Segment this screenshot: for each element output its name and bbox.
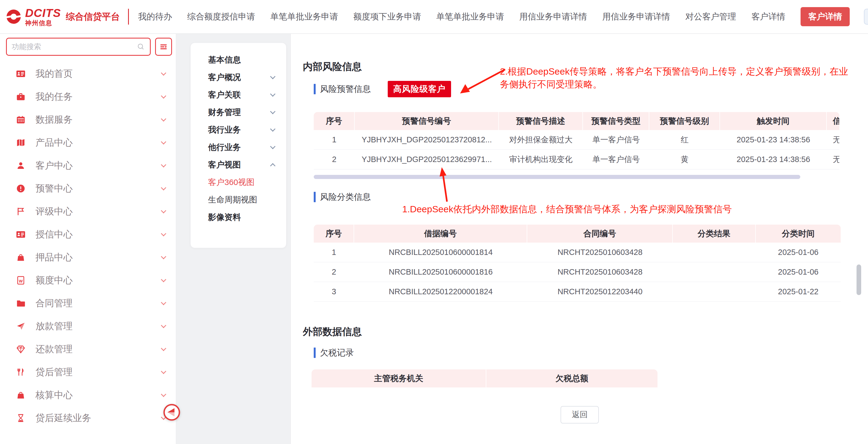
nav-tab-my-todo[interactable]: 我的待办: [138, 11, 172, 22]
section-bar: [314, 348, 316, 358]
function-search-box: [6, 38, 151, 56]
top-nav-tabs: 我的待办 综合额度授信申请 单笔单批业务申请 额度项下业务申请 单笔单批业务申请…: [138, 11, 785, 22]
chevron-down-icon: [161, 93, 166, 99]
sidebar-item-warning-center[interactable]: 预警中心: [0, 177, 176, 200]
sidebar-item-tasks[interactable]: 我的任务: [0, 85, 176, 108]
risk-class-section-header: 风险分类信息: [314, 191, 371, 203]
sidebar-item-accounting-center[interactable]: 核算中心: [0, 384, 176, 407]
annotation-note-1: 1.DeepSeek依托内外部数据信息，结合预警信号体系，为客户探测风险预警信号: [402, 203, 732, 215]
chevron-down-icon: [161, 185, 166, 190]
sidebar-item-collateral-center[interactable]: 押品中心: [0, 246, 176, 269]
annotation-arrow-to-badge: [452, 67, 510, 99]
nav-tab-credit-apply[interactable]: 综合额度授信申请: [187, 11, 255, 22]
nav-tab-corp-customer[interactable]: 对公客户管理: [685, 11, 736, 22]
sidebar-item-label: 评级中心: [35, 205, 162, 218]
menu-collapse-button[interactable]: [155, 38, 172, 56]
table-row: 1 NRCBILL2025010600001814 NRCHT202501060…: [314, 243, 841, 262]
sidebar-item-product-center[interactable]: 产品中心: [0, 131, 176, 154]
nav-tab-single-batch-1[interactable]: 单笔单批业务申请: [270, 11, 338, 22]
customer-360-content: 内部风险信息 风险预警信息 高风险级客户 2.根据DeepSeek传导策略，将客…: [290, 34, 868, 444]
sidebar-item-label: 贷后延续业务: [35, 412, 162, 424]
sidebar-item-label: 授信中心: [35, 228, 162, 241]
chevron-down-icon: [161, 208, 166, 213]
sidebar-item-limit-center[interactable]: W 额度中心: [0, 269, 176, 292]
subnav-item-other-bank-business[interactable]: 他行业务: [208, 139, 275, 156]
topbar-actions: 0: [864, 9, 868, 25]
sidebar-item-label: 客户中心: [35, 159, 162, 172]
risk-warning-table: 序号 预警信号编号 预警信号描述 预警信号类型 预警信号级别 触发时间 信 1 …: [314, 112, 839, 169]
main-sidebar: 我的首页 我的任务 数据服务 产品中心 客户中心 预警中心: [0, 34, 176, 444]
dcits-swirl-icon: [5, 8, 22, 25]
sidebar-item-disbursement-mgmt[interactable]: 放款管理: [0, 315, 176, 338]
table-row: 2 NRCBILL2025010600001816 NRCHT202501060…: [314, 262, 841, 282]
search-input[interactable]: [12, 42, 137, 51]
horizontal-scrollbar[interactable]: [314, 175, 800, 179]
sidebar-item-label: 数据服务: [35, 113, 162, 126]
paper-plane-icon: [15, 321, 26, 332]
chevron-down-icon: [161, 277, 166, 282]
nav-tab-loan-detail-1[interactable]: 用信业务申请详情: [519, 11, 587, 22]
sidebar-item-customer-center[interactable]: 客户中心: [0, 154, 176, 177]
alert-icon: [15, 183, 26, 194]
table-header-row: 主管税务机关 欠税总额: [312, 369, 657, 387]
risk-class-table: 序号 借据编号 合同编号 分类结果 分类时间 1 NRCBILL20250106…: [314, 225, 841, 302]
sidebar-menu: 我的首页 我的任务 数据服务 产品中心 客户中心 预警中心: [0, 62, 176, 430]
subnav-item-lifecycle-view[interactable]: 生命周期视图: [208, 191, 275, 208]
nav-tab-loan-detail-2[interactable]: 用信业务申请详情: [602, 11, 670, 22]
annotation-arrow-to-row: [437, 166, 456, 204]
sidebar-item-credit-center[interactable]: 授信中心: [0, 223, 176, 246]
sidebar-collapse-button[interactable]: [163, 403, 181, 421]
svg-text:W: W: [19, 279, 23, 283]
sidebar-item-rating-center[interactable]: 评级中心: [0, 200, 176, 223]
tax-record-section-header: 欠税记录: [314, 347, 354, 358]
chevron-down-icon: [161, 346, 166, 351]
risk-warning-section-header: 风险预警信息 高风险级客户: [314, 81, 451, 97]
table-row: 1 YJBHYJXH_DGP20250123720812... 对外担保金额过大…: [314, 130, 839, 150]
map-icon: [15, 137, 26, 148]
nav-tab-customer-detail[interactable]: 客户详情: [751, 11, 785, 22]
annotation-note-2: 2.根据DeepSeek传导策略，将客户名下预警信号向上传导，定义客户预警级别，…: [500, 65, 852, 91]
tax-record-table: 主管税务机关 欠税总额: [312, 369, 657, 387]
sidebar-item-label: 合同管理: [35, 297, 162, 309]
sidebar-item-label: 还款管理: [35, 343, 162, 355]
top-bar: DCITS 神州信息 综合信贷平台 我的待办 综合额度授信申请 单笔单批业务申请…: [0, 0, 868, 34]
calendar-icon: [15, 114, 26, 125]
risk-class-label: 风险分类信息: [320, 191, 371, 203]
table-header-row: 序号 预警信号编号 预警信号描述 预警信号类型 预警信号级别 触发时间 信: [314, 112, 839, 130]
sidebar-item-home[interactable]: 我的首页: [0, 62, 176, 85]
nav-tab-under-limit[interactable]: 额度项下业务申请: [353, 11, 421, 22]
nav-tab-customer-detail-active[interactable]: 客户详情: [801, 7, 850, 26]
subnav-item-customer-overview[interactable]: 客户概况: [208, 68, 275, 86]
sidebar-item-repayment-mgmt[interactable]: 还款管理: [0, 338, 176, 361]
chevron-down-icon: [161, 231, 166, 236]
subnav-item-customer-view[interactable]: 客户视图: [208, 156, 275, 174]
sidebar-item-post-loan-mgmt[interactable]: 贷后管理: [0, 361, 176, 384]
sidebar-item-label: 产品中心: [35, 136, 162, 149]
subnav-item-customer-relation[interactable]: 客户关联: [208, 86, 275, 103]
sidebar-item-loan-continuation[interactable]: 贷后延续业务: [0, 407, 176, 430]
subnav-item-our-bank-business[interactable]: 我行业务: [208, 121, 275, 139]
section-bar: [314, 84, 316, 94]
sidebar-item-label: 我的首页: [35, 67, 162, 80]
tab-overflow-dropdown[interactable]: [864, 9, 868, 25]
vertical-scrollbar[interactable]: [857, 265, 861, 295]
back-button[interactable]: 返回: [561, 406, 599, 423]
sidebar-item-label: 放款管理: [35, 320, 162, 332]
brand-name: DCITS: [25, 7, 61, 19]
chevron-up-icon: [270, 163, 276, 169]
idcard-icon: [15, 68, 26, 79]
subnav-item-customer-360-view[interactable]: 客户360视图: [208, 174, 275, 191]
chevron-down-icon: [161, 116, 166, 122]
sidebar-item-data-service[interactable]: 数据服务: [0, 108, 176, 131]
section-bar: [314, 192, 316, 202]
subnav-item-image-files[interactable]: 影像资料: [208, 208, 275, 226]
subnav-item-finance-mgmt[interactable]: 财务管理: [208, 103, 275, 121]
sidebar-item-label: 预警中心: [35, 182, 162, 195]
sidebar-item-contract-mgmt[interactable]: 合同管理: [0, 292, 176, 315]
risk-warning-label: 风险预警信息: [320, 83, 371, 95]
nav-tab-single-batch-2[interactable]: 单笔单批业务申请: [436, 11, 504, 22]
subnav-item-basic-info[interactable]: 基本信息: [208, 51, 275, 68]
bag-icon: [15, 252, 26, 263]
chevron-down-icon: [161, 368, 166, 374]
bag-icon: [15, 390, 26, 401]
